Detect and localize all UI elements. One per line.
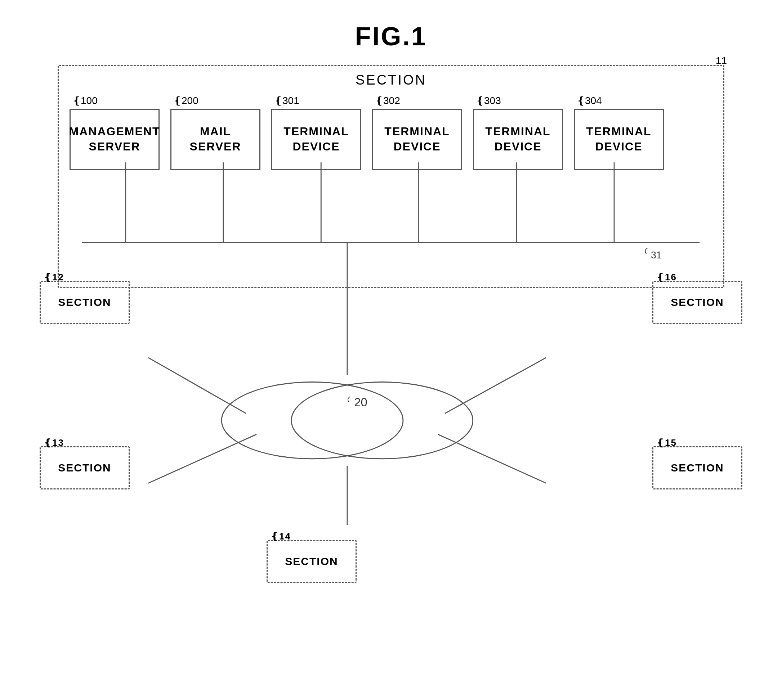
device-wrapper-100: ❴100 MANAGEMENTSERVER — [70, 95, 160, 170]
device-box-management-server: MANAGEMENTSERVER — [70, 109, 160, 170]
device-box-mail-server: MAILSERVER — [170, 109, 261, 170]
section-11: SECTION ❴100 MANAGEMENTSERVER ❴200 MAILS… — [58, 65, 724, 288]
section-11-number: 11 — [716, 55, 727, 67]
device-number-302: ❴302 — [375, 95, 400, 107]
section-13-label: SECTION — [58, 462, 111, 474]
device-number-301: ❴301 — [274, 95, 299, 107]
section-15-label: SECTION — [671, 462, 724, 474]
device-number-200: ❴200 — [173, 95, 199, 107]
svg-line-14 — [445, 358, 546, 413]
section-16: ❴16 SECTION — [652, 281, 742, 324]
section-14-label: SECTION — [285, 555, 338, 568]
section-12-label: SECTION — [58, 296, 111, 308]
device-wrapper-301: ❴301 TERMINALDEVICE — [271, 95, 361, 170]
svg-line-13 — [438, 434, 546, 483]
page-title: FIG.1 — [0, 0, 782, 51]
section-12-number: ❴12 — [43, 272, 64, 283]
device-number-100: ❴100 — [72, 95, 98, 107]
section-15-number: ❴15 — [656, 437, 677, 448]
section-13-number: ❴13 — [43, 437, 64, 448]
section-13: ❴13 SECTION — [40, 446, 130, 490]
svg-point-8 — [222, 382, 403, 459]
svg-line-11 — [149, 434, 256, 483]
section-16-number: ❴16 — [656, 272, 677, 283]
device-wrapper-302: ❴302 TERMINALDEVICE — [372, 95, 462, 170]
device-wrapper-200: ❴200 MAILSERVER — [170, 95, 261, 170]
section-16-label: SECTION — [671, 296, 724, 308]
devices-row: ❴100 MANAGEMENTSERVER ❴200 MAILSERVER ❴3… — [70, 95, 712, 170]
svg-text:20: 20 — [354, 395, 368, 409]
device-box-terminal-301: TERMINALDEVICE — [271, 109, 361, 170]
device-box-terminal-303: TERMINALDEVICE — [473, 109, 563, 170]
device-box-terminal-302: TERMINALDEVICE — [372, 109, 462, 170]
device-box-terminal-304: TERMINALDEVICE — [574, 109, 664, 170]
svg-point-9 — [291, 382, 473, 459]
device-wrapper-303: ❴303 TERMINALDEVICE — [473, 95, 563, 170]
section-14: ❴14 SECTION — [267, 540, 357, 583]
section-12: ❴12 SECTION — [40, 281, 130, 324]
section-15: ❴15 SECTION — [652, 446, 742, 490]
diagram: SECTION ❴100 MANAGEMENTSERVER ❴200 MAILS… — [36, 65, 746, 678]
device-wrapper-304: ❴304 TERMINALDEVICE — [574, 95, 664, 170]
svg-line-10 — [149, 358, 246, 413]
section-11-label: SECTION — [59, 72, 723, 88]
device-number-303: ❴303 — [476, 95, 501, 107]
section-14-number: ❴14 — [271, 531, 291, 542]
device-number-304: ❴304 — [576, 95, 602, 107]
